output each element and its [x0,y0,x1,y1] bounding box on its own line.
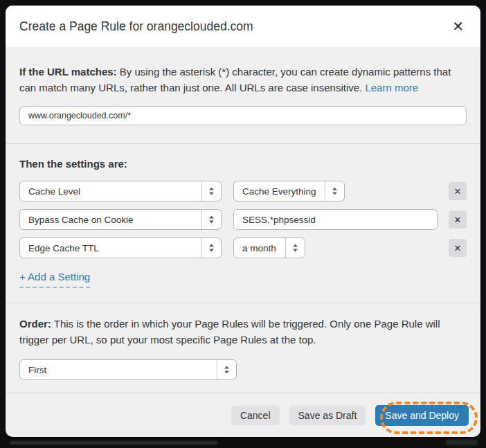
setting-select[interactable]: Edge Cache TTL [19,238,222,258]
settings-heading: Then the settings are: [19,158,467,170]
setting-value-select[interactable]: Cache Everything [233,181,345,201]
url-match-description: If the URL matches: By using the asteris… [19,64,467,96]
modal-footer: Cancel Save as Draft Save and Deploy [6,393,480,437]
add-setting-link[interactable]: + Add a Setting [19,271,90,288]
settings-section: Then the settings are: Cache Level Cache… [6,143,480,303]
cookie-value-input[interactable] [233,209,438,230]
modal-header: Create a Page Rule for orangeclouded.com… [6,6,480,47]
setting-select[interactable]: Bypass Cache on Cookie [19,209,222,230]
setting-row-cache-level: Cache Level Cache Everything ✕ [19,181,467,201]
cancel-button[interactable]: Cancel [231,406,280,425]
setting-value-select-value: Cache Everything [234,181,325,201]
url-match-lead: If the URL matches: [19,66,117,78]
setting-select-value: Bypass Cache on Cookie [20,210,201,229]
remove-setting-button[interactable]: ✕ [449,210,467,229]
order-select-value: First [20,360,217,379]
remove-setting-button[interactable]: ✕ [449,239,467,257]
save-and-deploy-button[interactable]: Save and Deploy [375,405,469,426]
modal-title: Create a Page Rule for orangeclouded.com [19,19,253,34]
url-pattern-input[interactable] [19,106,467,125]
dimmed-page-corner-smudge [446,440,478,445]
order-description: Order: This is the order in which your P… [19,316,467,348]
setting-value-select-value: a month [234,238,285,258]
setting-select[interactable]: Cache Level [19,181,222,201]
setting-select-value: Edge Cache TTL [20,238,201,258]
setting-row-bypass-cookie: Bypass Cache on Cookie ✕ [19,209,467,230]
order-section: Order: This is the order in which your P… [6,303,480,393]
stepper-icon [201,210,221,229]
setting-select-value: Cache Level [20,181,201,201]
stepper-icon [285,238,305,258]
settings-rows: Cache Level Cache Everything ✕ Bypass Ca… [19,181,467,258]
setting-value-select[interactable]: a month [233,238,305,258]
url-match-section: If the URL matches: By using the asteris… [6,47,480,143]
order-select[interactable]: First [19,359,237,380]
dimmed-page-url-smudge [10,441,217,445]
close-icon[interactable]: ✕ [449,18,467,35]
save-as-draft-button[interactable]: Save as Draft [289,406,366,425]
learn-more-link[interactable]: Learn more [365,82,418,93]
create-page-rule-modal: Create a Page Rule for orangeclouded.com… [6,6,480,437]
order-body: This is the order in which your Page Rul… [19,318,440,346]
remove-setting-button[interactable]: ✕ [449,182,467,200]
stepper-icon [217,360,236,379]
stepper-icon [201,181,221,201]
setting-row-edge-cache-ttl: Edge Cache TTL a month ✕ [19,238,467,258]
stepper-icon [201,238,221,258]
stepper-icon [325,181,344,201]
order-lead: Order: [19,318,51,330]
